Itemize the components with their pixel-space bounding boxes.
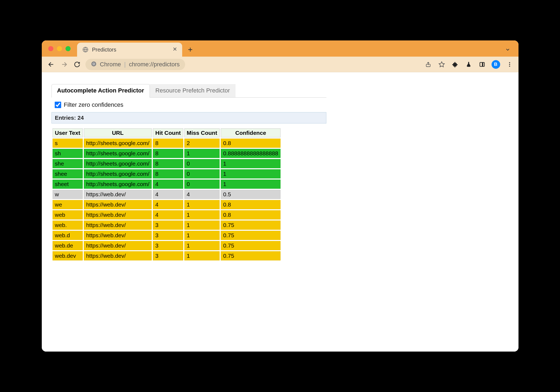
table-row: shehttp://sheets.google.com/801 <box>53 159 281 168</box>
omnibox-divider: | <box>124 61 126 68</box>
tab-strip: Predictors <box>42 40 518 57</box>
cell-miss: 1 <box>184 149 220 158</box>
cell-conf: 1 <box>221 159 281 168</box>
cell-conf: 0.5 <box>221 190 281 199</box>
col-confidence[interactable]: Confidence <box>221 128 281 137</box>
cell-user_text: s <box>53 139 83 148</box>
back-button[interactable] <box>47 60 56 69</box>
cell-conf: 0.8 <box>221 200 281 209</box>
table-row: whttps://web.dev/440.5 <box>53 190 281 199</box>
cell-miss: 2 <box>184 139 220 148</box>
labs-icon[interactable] <box>465 60 473 68</box>
cell-miss: 0 <box>184 159 220 168</box>
table-row: web.dehttps://web.dev/310.75 <box>53 241 281 250</box>
cell-url: https://web.dev/ <box>84 200 152 209</box>
tab-title: Predictors <box>92 47 116 53</box>
toolbar-actions: B <box>424 60 514 69</box>
cell-hit: 4 <box>153 190 183 199</box>
cell-url: http://sheets.google.com/ <box>84 159 152 168</box>
table-row: sheehttp://sheets.google.com/801 <box>53 169 281 178</box>
cell-hit: 3 <box>153 241 183 250</box>
cell-miss: 1 <box>184 200 220 209</box>
filter-row: Filter zero confidences <box>51 98 326 112</box>
cell-user_text: web. <box>53 221 83 230</box>
cell-conf: 0.8888888888888888 <box>221 149 281 158</box>
cell-miss: 1 <box>184 231 220 240</box>
cell-hit: 4 <box>153 200 183 209</box>
cell-url: https://web.dev/ <box>84 210 152 219</box>
cell-conf: 0.75 <box>221 251 281 260</box>
cell-conf: 0.75 <box>221 241 281 250</box>
cell-conf: 0.75 <box>221 221 281 230</box>
cell-hit: 4 <box>153 210 183 219</box>
svg-point-3 <box>93 63 95 65</box>
cell-url: http://sheets.google.com/ <box>84 139 152 148</box>
minimize-window-button[interactable] <box>57 46 62 51</box>
cell-hit: 3 <box>153 251 183 260</box>
bookmark-star-icon[interactable] <box>438 60 446 68</box>
cell-hit: 3 <box>153 231 183 240</box>
browser-window: Predictors Chrome | ch <box>42 40 518 352</box>
maximize-window-button[interactable] <box>65 46 71 51</box>
cell-user_text: shee <box>53 169 83 178</box>
share-icon[interactable] <box>424 60 432 68</box>
col-url[interactable]: URL <box>84 128 152 137</box>
globe-icon <box>82 47 88 53</box>
cell-conf: 1 <box>221 180 281 189</box>
cell-hit: 3 <box>153 221 183 230</box>
cell-user_text: sheet <box>53 180 83 189</box>
svg-point-7 <box>509 62 510 63</box>
table-row: webhttps://web.dev/410.8 <box>53 210 281 219</box>
predictors-table: User Text URL Hit Count Miss Count Confi… <box>51 127 282 262</box>
omnibox[interactable]: Chrome | chrome://predictors <box>85 59 185 70</box>
close-window-button[interactable] <box>48 46 53 51</box>
reload-button[interactable] <box>72 60 82 69</box>
cell-user_text: web <box>53 210 83 219</box>
table-row: sheethttp://sheets.google.com/401 <box>53 180 281 189</box>
cell-hit: 8 <box>153 169 183 178</box>
omnibox-url: chrome://predictors <box>129 61 179 68</box>
filter-zero-confidences-checkbox[interactable] <box>55 102 61 108</box>
tab-resource-prefetch-predictor[interactable]: Resource Prefetch Predictor <box>150 84 236 97</box>
table-row: web.dhttps://web.dev/310.75 <box>53 231 281 240</box>
side-panel-icon[interactable] <box>478 60 486 68</box>
cell-url: https://web.dev/ <box>84 221 152 230</box>
cell-url: http://sheets.google.com/ <box>84 180 152 189</box>
tab-close-icon[interactable] <box>172 47 177 53</box>
cell-miss: 1 <box>184 241 220 250</box>
cell-conf: 1 <box>221 169 281 178</box>
profile-avatar[interactable]: B <box>492 60 500 69</box>
col-user-text[interactable]: User Text <box>53 128 83 137</box>
omnibox-chip-label: Chrome <box>100 61 121 68</box>
cell-miss: 1 <box>184 251 220 260</box>
table-row: shttp://sheets.google.com/820.8 <box>53 139 281 148</box>
cell-user_text: w <box>53 190 83 199</box>
forward-button[interactable] <box>60 60 69 69</box>
entries-count-bar: Entries: 24 <box>51 112 326 123</box>
col-miss-count[interactable]: Miss Count <box>184 128 220 137</box>
menu-icon[interactable] <box>506 60 514 68</box>
extensions-icon[interactable] <box>451 60 459 68</box>
toolbar: Chrome | chrome://predictors B <box>42 57 518 72</box>
svg-point-9 <box>509 66 510 67</box>
table-row: web.https://web.dev/310.75 <box>53 221 281 230</box>
page-content: Autocomplete Action Predictor Resource P… <box>42 72 518 352</box>
cell-url: https://web.dev/ <box>84 231 152 240</box>
cell-hit: 8 <box>153 139 183 148</box>
browser-tab[interactable]: Predictors <box>77 43 182 57</box>
cell-conf: 0.8 <box>221 210 281 219</box>
tab-dropdown-button[interactable] <box>502 44 513 55</box>
cell-url: http://sheets.google.com/ <box>84 149 152 158</box>
svg-point-8 <box>509 64 510 65</box>
col-hit-count[interactable]: Hit Count <box>153 128 183 137</box>
new-tab-button[interactable] <box>185 44 196 55</box>
table-row: shhttp://sheets.google.com/810.888888888… <box>53 149 281 158</box>
cell-user_text: web.de <box>53 241 83 250</box>
cell-miss: 4 <box>184 190 220 199</box>
cell-hit: 8 <box>153 159 183 168</box>
page-tabs: Autocomplete Action Predictor Resource P… <box>51 84 326 98</box>
cell-miss: 0 <box>184 169 220 178</box>
cell-user_text: she <box>53 159 83 168</box>
tab-autocomplete-action-predictor[interactable]: Autocomplete Action Predictor <box>51 84 150 98</box>
cell-hit: 8 <box>153 149 183 158</box>
